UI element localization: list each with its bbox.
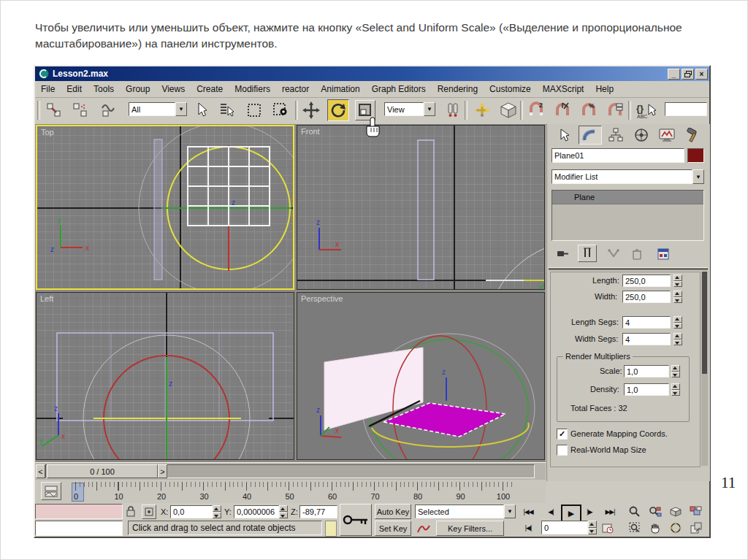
scale-field[interactable]: 1,0	[624, 365, 669, 377]
width-field[interactable]: 250,0	[622, 291, 671, 303]
go-to-end-button[interactable]: ▶▶|	[600, 505, 619, 519]
coord-system-dropdown[interactable]: ▼	[424, 102, 435, 116]
region-zoom-button[interactable]	[625, 521, 644, 535]
viewport-left-label[interactable]: Left	[40, 294, 53, 303]
minimize-button[interactable]: _	[668, 69, 680, 80]
y-field[interactable]: 0,0000006	[234, 505, 279, 518]
z-field[interactable]: -89,77	[299, 505, 337, 518]
select-and-manipulate-button[interactable]	[472, 100, 492, 120]
viewport-front-label[interactable]: Front	[301, 127, 320, 136]
density-spinner[interactable]	[671, 383, 680, 396]
select-and-rotate-button[interactable]	[327, 99, 349, 121]
menu-item-help[interactable]: Help	[589, 83, 619, 96]
density-field[interactable]: 1,0	[624, 383, 669, 396]
modifier-stack[interactable]: Plane	[552, 190, 704, 241]
spinner-snap-button[interactable]	[605, 100, 625, 120]
macro-recorder-field[interactable]	[35, 504, 123, 519]
time-slider-prev-button[interactable]: <	[36, 464, 45, 478]
menu-item-tools[interactable]: Tools	[88, 83, 120, 96]
tab-modify[interactable]	[579, 126, 602, 145]
keyboard-override-button[interactable]	[498, 100, 519, 120]
time-slider-thumb[interactable]: 0 / 100	[47, 464, 158, 478]
window-crossing-button[interactable]	[270, 100, 291, 120]
tab-motion[interactable]	[630, 126, 653, 144]
restore-button[interactable]	[682, 69, 694, 80]
panel-scrollbar[interactable]	[701, 272, 708, 466]
set-key-button[interactable]: Set Key	[375, 521, 411, 536]
menu-item-maxscript[interactable]: MAXScript	[537, 83, 590, 96]
length-segs-spinner[interactable]	[673, 316, 682, 329]
selection-lock-toggle[interactable]	[126, 505, 136, 520]
previous-frame-button[interactable]: ◀|	[543, 505, 559, 519]
viewport-front[interactable]: Front	[297, 125, 545, 290]
current-frame-field[interactable]: 0	[541, 521, 588, 534]
object-color-swatch[interactable]	[687, 148, 704, 163]
configure-modifier-sets-button[interactable]	[654, 246, 673, 262]
object-name-field[interactable]: Plane01	[552, 148, 684, 163]
use-pivot-center-button[interactable]	[443, 100, 463, 120]
auto-key-button[interactable]: Auto Key	[375, 504, 411, 519]
menu-item-graph-editors[interactable]: Graph Editors	[366, 83, 432, 96]
menu-item-create[interactable]: Create	[191, 83, 229, 96]
generate-mapping-checkbox[interactable]: ✓	[557, 429, 568, 440]
close-button[interactable]: ×	[695, 69, 708, 80]
width-spinner[interactable]	[673, 291, 682, 303]
menu-item-reactor[interactable]: reactor	[276, 83, 315, 96]
width-segs-field[interactable]: 4	[622, 333, 671, 345]
width-segs-spinner[interactable]	[673, 333, 682, 345]
tab-utilities[interactable]	[681, 126, 704, 144]
track-bar-ruler[interactable]: 0102030405060708090100	[66, 481, 541, 502]
pin-stack-button[interactable]	[553, 246, 572, 262]
zoom-extents-all-button[interactable]	[687, 505, 706, 519]
viewport-top[interactable]: Top z	[36, 125, 294, 290]
selection-filter-dropdown[interactable]: ▼	[175, 102, 187, 116]
menu-item-customize[interactable]: Customize	[484, 83, 537, 96]
toolbar-handle[interactable]	[37, 101, 40, 120]
plane02-wireframe[interactable]	[418, 140, 434, 280]
tab-hierarchy[interactable]	[604, 126, 627, 144]
plane01-selected-wireframe[interactable]	[188, 147, 270, 226]
play-button[interactable]: ▶	[561, 505, 581, 522]
zoom-button[interactable]	[625, 505, 644, 519]
viewport-perspective-canvas[interactable]: z z x	[297, 293, 545, 460]
go-to-start-button[interactable]: |◀◀	[519, 505, 538, 519]
viewport-left[interactable]: Left	[36, 292, 294, 460]
length-spinner[interactable]	[673, 275, 682, 287]
y-spinner[interactable]	[279, 505, 288, 518]
pan-button[interactable]	[646, 521, 665, 535]
edit-named-sets-button[interactable]: {} ABC	[634, 100, 659, 120]
menu-item-rendering[interactable]: Rendering	[432, 83, 484, 96]
tab-create[interactable]	[553, 126, 576, 144]
menu-item-edit[interactable]: Edit	[61, 83, 88, 96]
menu-item-file[interactable]: File	[35, 83, 61, 96]
x-spinner[interactable]	[213, 505, 221, 518]
make-unique-button[interactable]	[604, 246, 623, 262]
time-configuration-button[interactable]	[599, 521, 617, 535]
viewport-perspective-label[interactable]: Perspective	[301, 294, 343, 303]
viewport-left-canvas[interactable]: z z x y	[37, 293, 294, 460]
viewport-top-label[interactable]: Top	[41, 128, 54, 137]
length-segs-field[interactable]: 4	[622, 316, 671, 329]
rectangular-selection-button[interactable]	[244, 100, 264, 120]
plane02-wireframe[interactable]	[57, 333, 273, 421]
menu-item-views[interactable]: Views	[156, 83, 191, 96]
selected-dropdown-button[interactable]: ▼	[504, 505, 516, 518]
absolute-mode-toggle[interactable]	[142, 505, 156, 519]
frame-spinner[interactable]	[588, 521, 597, 534]
next-frame-button[interactable]: |▶	[581, 505, 598, 519]
key-filters-button[interactable]: Key Filters...	[436, 521, 504, 536]
percent-snap-button[interactable]: %	[579, 100, 599, 120]
modifier-list-dropdown[interactable]: ▼	[692, 169, 704, 184]
title-bar[interactable]: Lesson2.max _ ×	[35, 66, 709, 81]
viewport-top-canvas[interactable]: z y x z	[37, 126, 294, 290]
menu-item-group[interactable]: Group	[120, 83, 156, 96]
panel-scrollbar-thumb[interactable]	[702, 272, 707, 374]
mini-curve-editor-button[interactable]	[41, 482, 61, 500]
bind-to-space-warp-button[interactable]	[98, 100, 118, 120]
x-field[interactable]: 0,0	[170, 505, 213, 518]
scale-spinner[interactable]	[671, 365, 680, 377]
remove-modifier-button[interactable]	[627, 246, 646, 262]
angle-snap-button[interactable]	[552, 100, 573, 120]
set-key-mode-button[interactable]	[340, 504, 372, 536]
snap-toggle-button[interactable]: 2	[526, 100, 546, 120]
